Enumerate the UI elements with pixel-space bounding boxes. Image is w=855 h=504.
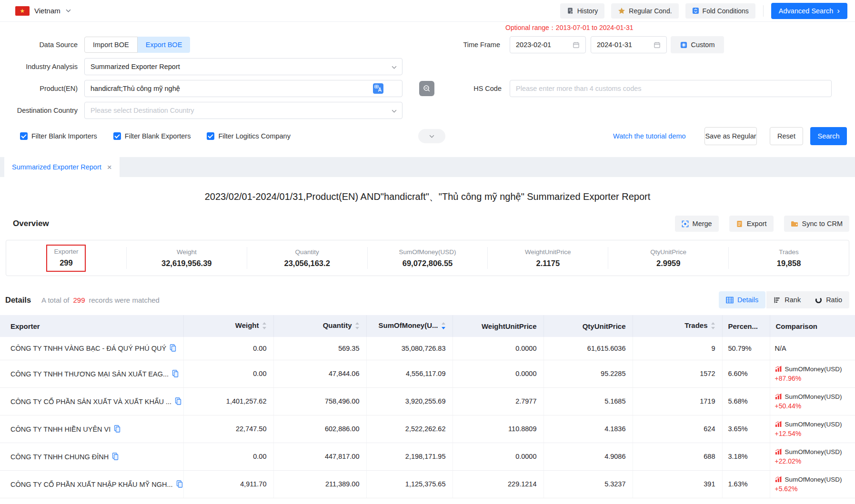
qty-unit-price-cell: 4.1836 xyxy=(543,415,633,443)
weight-cell: 0.00 xyxy=(183,337,273,360)
trades-cell: 1572 xyxy=(633,360,722,387)
copy-icon[interactable] xyxy=(172,370,179,377)
custom-button[interactable]: Custom xyxy=(671,36,724,53)
qty-unit-price-cell: 5.1685 xyxy=(543,387,633,415)
history-button[interactable]: History xyxy=(560,3,605,19)
column-header-weight[interactable]: Weight xyxy=(183,315,273,337)
fold-conditions-label: Fold Conditions xyxy=(703,7,749,15)
comparison-change: +87.96% xyxy=(775,375,855,382)
comparison-cell: SumOfMoney(USD)+87.96% xyxy=(770,360,855,387)
view-rank-button[interactable]: Rank xyxy=(766,291,808,308)
regular-cond-button[interactable]: Regular Cond. xyxy=(611,3,678,19)
report-tab[interactable]: Summarized Exporter Report × xyxy=(4,157,120,177)
trades-cell: 624 xyxy=(633,415,722,443)
column-header-sum-of-money[interactable]: SumOfMoney(U... xyxy=(366,315,453,337)
data-source-label: Data Source xyxy=(0,41,84,49)
percent-cell: 50.79% xyxy=(722,337,770,360)
table-row: CÔNG TY CỔ PHẦN SẢN XUẤT VÀ XUẤT KHẨU ..… xyxy=(0,387,855,415)
comparison-cell: SumOfMoney(USD)+12.54% xyxy=(770,415,855,443)
product-en-input[interactable] xyxy=(84,80,402,97)
percent-cell: 3.18% xyxy=(722,443,770,470)
copy-icon[interactable] xyxy=(176,480,183,488)
search-form: Optional range：2013-07-01 to 2024-01-31 … xyxy=(0,22,855,153)
weight-unit-price-cell: 229.1214 xyxy=(453,470,543,498)
sum-of-money-cell: 3,920,255.69 xyxy=(366,387,453,415)
view-ratio-label: Ratio xyxy=(826,296,842,304)
stat-sum-of-money: SumOfMoney(USD) 69,072,806.55 xyxy=(367,247,488,269)
export-button[interactable]: Export xyxy=(729,216,774,232)
export-boe-tab[interactable]: Export BOE xyxy=(138,37,191,53)
exporter-cell: CÔNG TY TNHH HIỀN UYÊN VI xyxy=(0,415,183,443)
table-row: CÔNG TY TNHH CHUNG ĐỈNH0.00447,817.002,1… xyxy=(0,443,855,470)
table-header-row: Exporter Weight Quantity SumOfMoney(U...… xyxy=(0,315,855,337)
import-boe-tab[interactable]: Import BOE xyxy=(84,37,138,53)
date-to-input[interactable]: 2024-01-31 xyxy=(591,36,667,53)
sort-icon-desc-active xyxy=(441,322,446,331)
view-ratio-button[interactable]: Ratio xyxy=(808,291,849,308)
merge-button[interactable]: Merge xyxy=(675,216,719,232)
trades-cell: 1719 xyxy=(633,387,722,415)
column-header-quantity[interactable]: Quantity xyxy=(273,315,366,337)
view-details-button[interactable]: Details xyxy=(719,291,765,308)
filter-logitics-company-checkbox[interactable]: Filter Logitics Company xyxy=(203,132,291,140)
view-details-label: Details xyxy=(737,296,758,304)
sort-icon xyxy=(355,322,360,331)
stat-weight: Weight 32,619,956.39 xyxy=(126,247,247,269)
stats-card: Exporter 299 Weight 32,619,956.39 Quanti… xyxy=(6,240,849,276)
checkbox-checked-icon xyxy=(207,132,214,140)
hs-code-label: HS Code xyxy=(449,85,502,92)
country-selector[interactable]: ★ Vietnam xyxy=(15,6,71,16)
percent-cell: 1.63% xyxy=(722,470,770,498)
copy-icon[interactable] xyxy=(112,453,119,460)
industry-analysis-select[interactable]: Summarized Exporter Report xyxy=(84,58,402,75)
calendar-icon[interactable] xyxy=(573,41,580,49)
sum-of-money-cell: 2,522,262.62 xyxy=(366,415,453,443)
percent-cell: 6.60% xyxy=(722,360,770,387)
search-button[interactable]: Search xyxy=(810,127,847,145)
quantity-cell: 758,496.00 xyxy=(273,387,366,415)
filter-blank-exporters-checkbox[interactable]: Filter Blank Exporters xyxy=(110,132,191,140)
column-header-trades[interactable]: Trades xyxy=(633,315,722,337)
table-row: CÔNG TY TNHH HIỀN UYÊN VI22,747.50602,88… xyxy=(0,415,855,443)
save-as-regular-button[interactable]: Save as Regular xyxy=(704,127,757,145)
weight-cell: 0.00 xyxy=(183,360,273,387)
stat-label: Quantity xyxy=(295,248,319,256)
tab-strip: Summarized Exporter Report × xyxy=(0,157,855,177)
stat-value: 19,858 xyxy=(777,259,801,268)
collapse-toggle-button[interactable] xyxy=(418,129,445,143)
exporter-name: CÔNG TY CỔ PHẦN XUẤT NHẬP KHẨU MỸ NGH... xyxy=(10,481,173,488)
date-from-input[interactable]: 2023-02-01 xyxy=(510,36,586,53)
reset-button[interactable]: Reset xyxy=(770,127,803,145)
sum-of-money-cell: 1,125,375.65 xyxy=(366,470,453,498)
qty-unit-price-cell: 5.3237 xyxy=(543,470,633,498)
qty-unit-price-cell: 61,615.6036 xyxy=(543,337,633,360)
records-prefix: A total of xyxy=(41,296,69,304)
fold-conditions-button[interactable]: Fold Conditions xyxy=(685,3,755,19)
copy-icon[interactable] xyxy=(175,397,181,405)
copy-icon[interactable] xyxy=(114,425,121,433)
translate-icon[interactable] xyxy=(373,83,383,96)
quantity-cell: 447,817.00 xyxy=(273,443,366,470)
tutorial-link[interactable]: Watch the tutorial demo xyxy=(613,132,686,140)
custom-icon xyxy=(680,41,687,49)
sync-to-crm-button[interactable]: Sync to CRM xyxy=(784,216,849,232)
advanced-search-button[interactable]: Advanced Search › xyxy=(771,3,847,19)
filter-blank-importers-checkbox[interactable]: Filter Blank Importers xyxy=(16,132,97,140)
destination-country-select[interactable]: Please select Destination Country xyxy=(84,102,402,119)
exporter-cell: CÔNG TY CỔ PHẦN XUẤT NHẬP KHẨU MỸ NGH... xyxy=(0,470,183,498)
folder-icon xyxy=(791,220,798,227)
stat-label: Weight xyxy=(177,248,197,256)
trend-up-icon xyxy=(775,421,782,427)
exclude-search-button[interactable] xyxy=(419,81,434,96)
stat-weight-unit-price: WeightUnitPrice 2.1175 xyxy=(487,247,608,269)
copy-icon[interactable] xyxy=(170,344,176,352)
import-boe-label: Import BOE xyxy=(93,41,129,49)
trades-cell: 9 xyxy=(633,337,722,360)
stat-label: Exporter xyxy=(54,248,78,255)
time-frame-label: Time Frame xyxy=(448,41,500,49)
hs-code-input[interactable] xyxy=(510,80,832,97)
export-label: Export xyxy=(747,220,767,227)
close-icon[interactable]: × xyxy=(107,163,112,171)
industry-analysis-value: Summarized Exporter Report xyxy=(91,63,180,70)
calendar-icon[interactable] xyxy=(654,41,661,49)
